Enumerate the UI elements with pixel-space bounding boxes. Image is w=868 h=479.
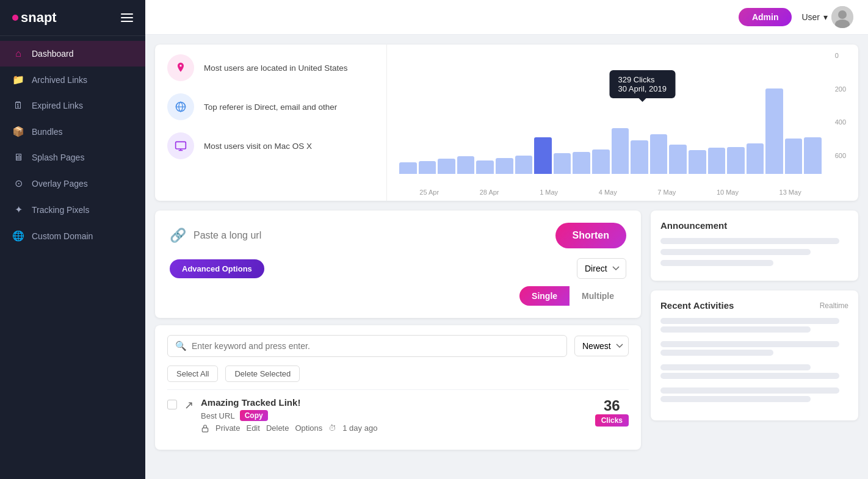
single-multiple-toggle: Single Multiple xyxy=(170,286,626,306)
chart-tooltip: 329 Clicks 30 April, 2019 xyxy=(609,70,675,98)
copy-button[interactable]: Copy xyxy=(240,410,268,421)
sidebar-item-tracking-pixels[interactable]: ✦ Tracking Pixels xyxy=(0,196,145,223)
sidebar-item-overlay-pages[interactable]: ⊙ Overlay Pages xyxy=(0,170,145,196)
advanced-options-button[interactable]: Advanced Options xyxy=(170,259,264,278)
sidebar-nav: ⌂ Dashboard 📁 Archived Links 🗓 Expired L… xyxy=(0,36,145,479)
announcement-title: Announcement xyxy=(660,220,848,231)
stat-item-os: Most users visit on Mac OS X xyxy=(167,132,374,159)
stat-location-text: Most users are located in United States xyxy=(204,63,348,73)
splash-icon: 🖥 xyxy=(12,152,24,163)
tracking-icon: ✦ xyxy=(12,204,24,215)
url-shortener-box: 🔗 Shorten Advanced Options Direct xyxy=(155,211,641,318)
user-dropdown[interactable]: User ▾ xyxy=(801,6,853,28)
x-label-4: 4 May xyxy=(599,189,617,196)
sidebar-item-label: Tracking Pixels xyxy=(32,205,89,215)
shorten-button[interactable]: Shorten xyxy=(555,223,626,248)
activity-skeleton-2b xyxy=(660,350,773,356)
x-label-1: 25 Apr xyxy=(419,189,439,196)
url-input[interactable] xyxy=(193,230,548,241)
x-label-5: 7 May xyxy=(657,189,676,196)
chart-bar-5 xyxy=(496,158,513,174)
redirect-type-select[interactable]: Direct xyxy=(577,258,626,279)
chart-bar-8 xyxy=(554,153,571,174)
stat-referer-text: Top referer is Direct, email and other xyxy=(204,103,337,112)
sidebar-item-label: Bundles xyxy=(32,127,63,137)
overlay-icon: ⊙ xyxy=(12,178,24,189)
x-label-7: 13 May xyxy=(779,189,801,196)
multiple-mode-button[interactable]: Multiple xyxy=(570,286,626,306)
chart-x-labels: 25 Apr 28 Apr 1 May 4 May 7 May 10 May 1… xyxy=(399,189,846,196)
sidebar-item-label: Splash Pages xyxy=(32,153,84,162)
activity-skeleton-3b xyxy=(660,373,839,379)
svg-point-1 xyxy=(838,10,847,19)
stat-item-location: Most users are located in United States xyxy=(167,54,374,81)
link-checkbox[interactable] xyxy=(167,400,177,409)
single-mode-button[interactable]: Single xyxy=(519,286,570,306)
chart-y-labels: 600 400 200 0 xyxy=(835,52,846,162)
options-link-button[interactable]: Options xyxy=(295,423,322,433)
select-all-button[interactable]: Select All xyxy=(167,366,218,382)
stats-chart-row: Most users are located in United States … xyxy=(155,45,858,201)
sidebar-item-splash-pages[interactable]: 🖥 Splash Pages xyxy=(0,145,145,170)
delete-selected-button[interactable]: Delete Selected xyxy=(225,366,300,382)
chart-bar-7 xyxy=(534,137,552,174)
y-label-600: 600 xyxy=(835,152,846,159)
chart-bar-10 xyxy=(592,149,610,174)
link-actions: Private Edit Delete Options ⏱ 1 day ago xyxy=(201,423,588,433)
referer-icon-wrap xyxy=(167,93,194,120)
chart-bar-1 xyxy=(419,161,436,174)
link-icon: 🔗 xyxy=(170,228,186,243)
best-url-label: Best URL xyxy=(201,411,235,420)
activities-header: Recent Activities Realtime xyxy=(660,300,848,311)
search-icon: 🔍 xyxy=(175,340,187,351)
announcement-card: Announcement xyxy=(651,211,858,281)
chart-bar-19 xyxy=(765,88,783,174)
right-panel: Announcement Recent Activities Realtime xyxy=(651,211,858,450)
sidebar-item-label: Expired Links xyxy=(32,101,83,110)
hamburger-menu[interactable] xyxy=(121,13,133,22)
activity-skeleton-2a xyxy=(660,341,839,347)
chart-bar-3 xyxy=(457,156,475,174)
x-label-6: 10 May xyxy=(717,189,739,196)
sidebar-item-archived-links[interactable]: 📁 Archived Links xyxy=(0,67,145,93)
chart-bar-17 xyxy=(727,147,745,174)
y-label-400: 400 xyxy=(835,118,846,126)
direct-select-wrap: Direct xyxy=(577,258,626,279)
recent-activities-title: Recent Activities xyxy=(660,300,734,311)
activity-item-1 xyxy=(660,318,848,333)
sidebar-item-bundles[interactable]: 📦 Bundles xyxy=(0,118,145,145)
sidebar: snapt ⌂ Dashboard 📁 Archived Links 🗓 Exp… xyxy=(0,0,145,479)
url-input-row: 🔗 Shorten xyxy=(170,223,626,248)
sidebar-item-label: Dashboard xyxy=(32,49,74,59)
user-label: User xyxy=(801,12,820,22)
chart-bar-0 xyxy=(399,162,417,174)
sidebar-item-custom-domain[interactable]: 🌐 Custom Domain xyxy=(0,223,145,249)
y-label-0: 0 xyxy=(835,52,846,59)
chart-bar-9 xyxy=(573,152,590,174)
stat-item-referer: Top referer is Direct, email and other xyxy=(167,93,374,120)
chart-bar-6 xyxy=(515,156,533,174)
edit-link-button[interactable]: Edit xyxy=(246,423,259,433)
activity-skeleton-1a xyxy=(660,318,839,324)
chevron-down-icon: ▾ xyxy=(823,12,828,22)
link-time: 1 day ago xyxy=(342,423,377,433)
globe-icon xyxy=(175,101,187,113)
links-list-section: 🔍 Newest Select All Delete Selected xyxy=(155,325,641,450)
location-icon xyxy=(175,62,187,74)
main-content: Admin User ▾ xyxy=(145,0,868,479)
sort-filter-select[interactable]: Newest xyxy=(574,336,629,356)
announcement-skeleton-1 xyxy=(660,238,839,244)
x-label-2: 28 Apr xyxy=(480,189,499,196)
home-icon: ⌂ xyxy=(12,48,24,59)
sidebar-item-dashboard[interactable]: ⌂ Dashboard xyxy=(0,41,145,67)
link-meta: Best URL Copy xyxy=(201,410,588,421)
link-type-icon: ↗ xyxy=(184,398,193,412)
delete-link-button[interactable]: Delete xyxy=(266,423,289,433)
link-stats: 36 Clicks xyxy=(595,397,629,427)
admin-button[interactable]: Admin xyxy=(739,8,792,26)
bulk-actions-row: Select All Delete Selected xyxy=(167,366,629,382)
private-toggle[interactable]: Private xyxy=(215,423,240,433)
search-input[interactable] xyxy=(192,341,559,351)
sidebar-item-expired-links[interactable]: 🗓 Expired Links xyxy=(0,93,145,118)
activity-skeleton-3a xyxy=(660,364,811,370)
